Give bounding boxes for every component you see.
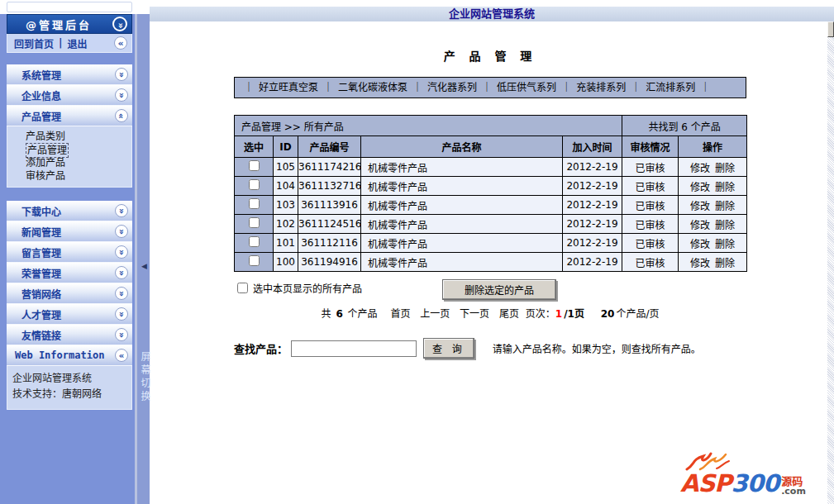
row-status: 已审核	[622, 158, 679, 177]
vertical-scrollbar[interactable]	[827, 21, 834, 504]
submenu-item-review-product[interactable]: 审核产品	[7, 169, 131, 183]
edit-link[interactable]: 修改	[690, 163, 710, 174]
pagination-last[interactable]: 尾页	[499, 308, 519, 320]
pagination-prev[interactable]: 上一页	[420, 308, 450, 320]
delete-link[interactable]: 删除	[715, 182, 735, 193]
submenu-item-add-product[interactable]: 添加产品	[7, 156, 131, 169]
delete-link[interactable]: 删除	[715, 201, 735, 212]
row-id: 104	[274, 177, 298, 196]
collapse-left-icon[interactable]: «	[115, 349, 128, 362]
chevron-down-icon[interactable]: «	[115, 225, 128, 238]
edit-link[interactable]: 修改	[690, 220, 710, 231]
table-controls: 选中本页显示的所有产品 删除选定的产品	[234, 279, 746, 297]
chevron-down-icon[interactable]: «	[115, 204, 128, 217]
sidebar-item-friendly-links[interactable]: 友情链接 «	[7, 325, 132, 345]
category-link[interactable]: 汽化器系列	[427, 82, 477, 93]
chevron-down-icon[interactable]: «	[115, 287, 128, 300]
collapse-arrow-icon[interactable]: ◀	[141, 262, 147, 270]
delete-link[interactable]: 删除	[715, 239, 735, 250]
row-name: 机械零件产品	[361, 234, 563, 253]
category-link[interactable]: 好立旺真空泵	[259, 82, 318, 93]
web-information-label: Web Information	[15, 349, 104, 361]
row-checkbox[interactable]	[249, 217, 260, 228]
row-checkbox[interactable]	[249, 179, 260, 190]
row-checkbox[interactable]	[249, 236, 260, 247]
chevron-down-icon[interactable]: «	[115, 88, 128, 102]
pagination-current-page: 1	[555, 308, 562, 320]
row-checkbox[interactable]	[249, 198, 260, 209]
pagination-per-page: 20个产品/页	[599, 308, 660, 320]
pagination-first[interactable]: 首页	[390, 308, 410, 320]
table-topbar: 产品管理 >> 所有产品 共找到 6 个产品	[235, 116, 747, 136]
pagination-next[interactable]: 下一页	[460, 308, 489, 320]
edit-link[interactable]: 修改	[690, 258, 710, 269]
submenu-label: 产品类别	[26, 130, 65, 143]
chevron-down-icon[interactable]: «	[115, 245, 128, 259]
chevron-down-icon[interactable]: «	[112, 17, 127, 31]
category-link[interactable]: 二氧化碳液体泵	[338, 82, 407, 93]
submenu-item-product-manage[interactable]: 产品管理	[7, 143, 131, 156]
sidebar-item-download-center[interactable]: 下载中心 «	[7, 201, 132, 221]
category-link[interactable]: 低压供气系列	[497, 82, 556, 93]
web-information-header[interactable]: Web Information «	[7, 345, 132, 366]
sidebar-item-product-mgmt[interactable]: 产品管理 «	[7, 106, 132, 126]
table-header-row: 选中 ID 产品编号 产品名称 加入时间 审核情况 操作	[235, 136, 747, 158]
collapse-left-icon[interactable]: «	[114, 36, 127, 50]
chevron-down-icon[interactable]: «	[115, 307, 128, 321]
edit-link[interactable]: 修改	[690, 182, 710, 193]
sidebar-footer: 企业网站管理系统 技术支持：唐朝网络	[7, 366, 132, 410]
back-to-home-link[interactable]: 回到首页	[14, 36, 54, 50]
row-status: 已审核	[622, 196, 679, 215]
logout-link[interactable]: 退出	[67, 36, 87, 50]
per-page-suffix: 个产品/页	[616, 308, 659, 320]
pagination-page-label: 页次：	[526, 308, 555, 320]
col-header-actions: 操作	[679, 136, 747, 158]
select-all-row: 选中本页显示的所有产品	[237, 281, 362, 295]
sidebar-item-honor-mgmt[interactable]: 荣誉管理 «	[7, 263, 132, 283]
sidebar-item-label: 留言管理	[21, 245, 61, 259]
chevron-down-icon[interactable]: «	[115, 68, 128, 81]
category-link[interactable]: 充装排系列	[576, 82, 626, 93]
sidebar-item-message-mgmt[interactable]: 留言管理 «	[7, 242, 132, 263]
col-header-code: 产品编号	[298, 136, 361, 158]
select-all-checkbox[interactable]	[237, 283, 248, 293]
screen-toggle-label[interactable]: 屏幕切换	[138, 351, 152, 404]
submenu-item-product-category[interactable]: 产品类别	[7, 130, 131, 143]
sidebar-item-label: 友情链接	[21, 328, 61, 342]
row-status: 已审核	[622, 253, 679, 272]
search-input[interactable]	[291, 340, 417, 357]
sidebar-item-label: 企业信息	[21, 88, 61, 102]
delete-selected-button[interactable]: 删除选定的产品	[442, 279, 556, 300]
edit-link[interactable]: 修改	[690, 239, 710, 250]
sidebar-item-talent-mgmt[interactable]: 人才管理 «	[7, 304, 132, 325]
edit-link[interactable]: 修改	[690, 201, 710, 212]
row-actions: 修改删除	[679, 177, 747, 196]
row-select-cell	[235, 196, 274, 215]
chevron-up-icon[interactable]: «	[115, 109, 128, 122]
delete-link[interactable]: 删除	[715, 163, 735, 174]
delete-link[interactable]: 删除	[715, 220, 735, 231]
search-label: 查找产品：	[234, 340, 288, 356]
chevron-down-icon[interactable]: «	[115, 266, 128, 279]
sidebar-panels: @管理后台 « 回到首页 | 退出 « 系统管理 « 企业信息 « 产品管理 «…	[7, 2, 132, 410]
tech-support-text: 技术支持：唐朝网络	[12, 387, 131, 402]
chevron-down-icon[interactable]: «	[115, 328, 128, 341]
search-row: 查找产品： 查 询 请输入产品名称。如果为空，则查找所有产品。	[234, 338, 746, 359]
select-all-label: 选中本页显示的所有产品	[253, 281, 362, 295]
screen-toggle-strip[interactable]: ◀ 屏幕切换	[135, 14, 150, 504]
row-date: 2012-2-19	[563, 234, 622, 253]
admin-backend-header[interactable]: @管理后台 «	[7, 14, 132, 34]
row-checkbox[interactable]	[249, 255, 260, 266]
scrollbar-thumb[interactable]	[827, 21, 834, 37]
sidebar-item-system[interactable]: 系统管理 «	[7, 64, 132, 85]
row-checkbox[interactable]	[249, 160, 260, 171]
search-button[interactable]: 查 询	[423, 338, 474, 359]
sidebar-item-marketing-network[interactable]: 营销网络 «	[7, 283, 132, 304]
delete-link[interactable]: 删除	[715, 258, 735, 269]
asp300-logo[interactable]: ASP 300 源码 .com	[680, 449, 821, 496]
row-id: 102	[274, 215, 298, 234]
logo-text: ASP 300 源码 .com	[680, 472, 806, 496]
sidebar-item-company-info[interactable]: 企业信息 «	[7, 85, 132, 106]
sidebar-item-news-mgmt[interactable]: 新闻管理 «	[7, 221, 132, 242]
category-link[interactable]: 汇流排系列	[646, 82, 695, 93]
